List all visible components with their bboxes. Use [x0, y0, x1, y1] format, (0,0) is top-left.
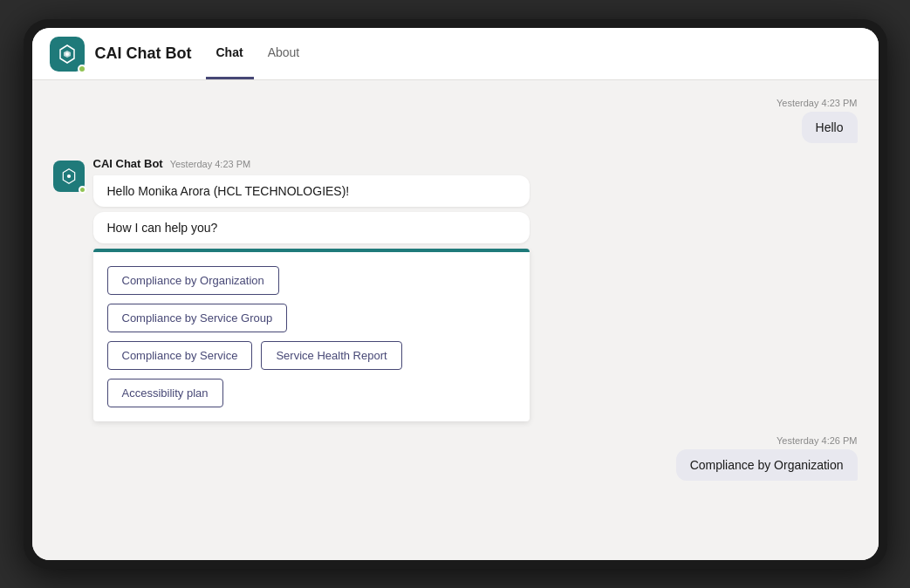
options-card: Compliance by Organization Compliance by… [93, 249, 530, 421]
bot-greeting-timestamp: Yesterday 4:23 PM [170, 159, 251, 169]
nav-tabs: Chat About [206, 28, 311, 79]
btn-compliance-service[interactable]: Compliance by Service [107, 341, 253, 370]
screen: CAI Chat Bot Chat About Yesterday 4:23 P… [32, 28, 879, 560]
bot-meta: CAI Chat Bot Yesterday 4:23 PM [93, 157, 530, 170]
svg-point-3 [66, 174, 70, 178]
svg-point-1 [65, 52, 69, 56]
user-hello-bubble: Hello [802, 112, 858, 143]
user-compliance-timestamp: Yesterday 4:26 PM [777, 435, 858, 446]
user-message-compliance: Yesterday 4:26 PM Compliance by Organiza… [676, 435, 858, 481]
bot-message-greeting: CAI Chat Bot Yesterday 4:23 PM Hello Mon… [53, 157, 530, 421]
tab-chat[interactable]: Chat [206, 28, 254, 79]
bot-message-content: CAI Chat Bot Yesterday 4:23 PM Hello Mon… [93, 157, 530, 421]
btn-compliance-org[interactable]: Compliance by Organization [107, 266, 279, 295]
online-indicator [78, 65, 86, 73]
bot-logo-icon [50, 37, 85, 72]
device-frame: CAI Chat Bot Chat About Yesterday 4:23 P… [24, 19, 887, 569]
bot-avatar-icon [53, 161, 85, 192]
bot-title: CAI Chat Bot [95, 44, 192, 63]
card-row-4: Accessibility plan [107, 379, 516, 407]
btn-accessibility[interactable]: Accessibility plan [107, 379, 223, 407]
header: CAI Chat Bot Chat About [32, 28, 879, 80]
bot-greeting-bubble: Hello Monika Arora (HCL TECHNOLOGIES)! [93, 175, 530, 207]
user-message-hello: Yesterday 4:23 PM Hello [777, 98, 858, 143]
bot-help-bubble: How I can help you? [93, 212, 530, 243]
chat-area: Yesterday 4:23 PM Hello CAI Chat Bot Yes… [32, 80, 879, 560]
user-compliance-bubble: Compliance by Organization [676, 449, 858, 481]
bot-online-dot [79, 186, 86, 194]
user-hello-timestamp: Yesterday 4:23 PM [777, 98, 858, 108]
card-row-1: Compliance by Organization [107, 266, 516, 295]
btn-compliance-group[interactable]: Compliance by Service Group [107, 304, 288, 332]
bot-name-label: CAI Chat Bot [93, 157, 163, 170]
card-row-3: Compliance by Service Service Health Rep… [107, 341, 516, 370]
tab-about[interactable]: About [257, 28, 311, 79]
card-row-2: Compliance by Service Group [107, 304, 516, 332]
btn-service-health[interactable]: Service Health Report [261, 341, 401, 370]
